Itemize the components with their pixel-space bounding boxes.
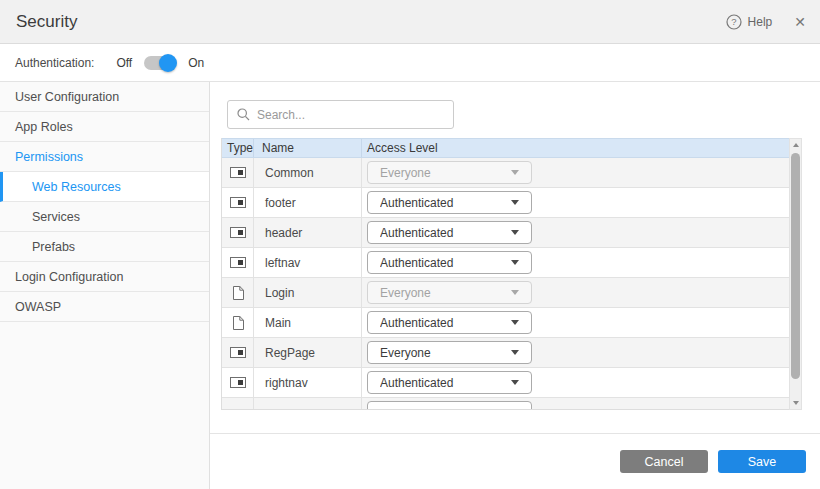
resource-name: Main	[254, 308, 362, 337]
chevron-down-icon	[511, 260, 519, 265]
sidebar-item-services[interactable]: Services	[0, 202, 209, 232]
chevron-down-icon	[511, 290, 519, 295]
scroll-down-arrow-icon[interactable]	[790, 397, 801, 409]
access-level-dropdown[interactable]: Authenticated	[367, 311, 532, 334]
access-level-cell: Everyone	[362, 338, 789, 367]
footer-divider	[210, 433, 820, 434]
chevron-down-icon	[511, 170, 519, 175]
sidebar-item-app-roles[interactable]: App Roles	[0, 112, 209, 142]
resource-name: leftnav	[254, 248, 362, 277]
column-header-type: Type	[222, 139, 254, 157]
toggle-on-label: On	[188, 56, 204, 70]
sidebar: User Configuration App Roles Permissions…	[0, 82, 210, 489]
resource-type-cell	[222, 308, 254, 337]
sidebar-item-prefabs[interactable]: Prefabs	[0, 232, 209, 262]
page-icon	[232, 316, 244, 330]
main-panel: Type Name Access Level Common	[210, 82, 820, 489]
svg-text:?: ?	[731, 16, 736, 27]
resource-name: header	[254, 218, 362, 247]
access-level-dropdown[interactable]: Everyone	[367, 341, 532, 364]
access-level-dropdown[interactable]: Everyone	[367, 281, 532, 304]
partial-icon	[230, 167, 246, 178]
help-button[interactable]: ? Help	[726, 14, 773, 30]
resource-type-cell	[222, 338, 254, 367]
sidebar-item-label: Prefabs	[32, 240, 75, 254]
resource-name: footer	[254, 188, 362, 217]
access-level-cell: Everyone	[362, 278, 789, 307]
resource-name	[254, 398, 362, 410]
vertical-scrollbar[interactable]	[789, 138, 802, 410]
sidebar-item-label: Services	[32, 210, 80, 224]
chevron-down-icon	[511, 380, 519, 385]
sidebar-item-label: Permissions	[15, 150, 83, 164]
search-icon	[237, 108, 250, 121]
table-row: leftnav Authenticated	[222, 248, 789, 278]
sidebar-item-label: Web Resources	[32, 180, 121, 194]
authentication-label: Authentication:	[15, 56, 94, 70]
resource-type-cell	[222, 218, 254, 247]
chevron-down-icon	[511, 230, 519, 235]
sidebar-item-web-resources[interactable]: Web Resources	[0, 172, 209, 202]
body-layout: User Configuration App Roles Permissions…	[0, 82, 820, 489]
sidebar-item-owasp[interactable]: OWASP	[0, 292, 209, 322]
resource-type-cell	[222, 398, 254, 410]
sidebar-item-label: OWASP	[15, 300, 61, 314]
table-row: Login Everyone	[222, 278, 789, 308]
access-level-dropdown[interactable]: Authenticated	[367, 191, 532, 214]
help-label: Help	[748, 15, 773, 29]
chevron-down-icon	[511, 350, 519, 355]
save-button[interactable]: Save	[718, 450, 806, 473]
access-level-cell: Authenticated	[362, 368, 789, 397]
access-level-cell: Authenticated	[362, 218, 789, 247]
access-level-dropdown[interactable]: Everyone	[367, 161, 532, 184]
table-row: rightnav Authenticated	[222, 368, 789, 398]
access-level-dropdown[interactable]	[367, 401, 532, 410]
sidebar-item-user-configuration[interactable]: User Configuration	[0, 82, 209, 112]
column-header-access-level: Access Level	[362, 139, 789, 157]
access-level-cell	[362, 398, 789, 410]
resource-type-cell	[222, 278, 254, 307]
resource-name: Login	[254, 278, 362, 307]
partial-icon	[230, 197, 246, 208]
sidebar-item-label: Login Configuration	[15, 270, 123, 284]
column-header-name: Name	[254, 139, 362, 157]
cancel-button[interactable]: Cancel	[620, 450, 708, 473]
sidebar-item-login-configuration[interactable]: Login Configuration	[0, 262, 209, 292]
grid-header-row: Type Name Access Level	[222, 138, 789, 158]
window-header: Security ? Help ✕	[0, 0, 820, 44]
authentication-toggle[interactable]	[144, 56, 174, 70]
resources-grid: Type Name Access Level Common	[221, 138, 789, 410]
page-icon	[232, 286, 244, 300]
resource-name: RegPage	[254, 338, 362, 367]
table-row: footer Authenticated	[222, 188, 789, 218]
resource-type-cell	[222, 368, 254, 397]
authentication-bar: Authentication: Off On	[0, 44, 820, 82]
partial-icon	[230, 227, 246, 238]
resources-table: Type Name Access Level Common	[221, 138, 802, 410]
resource-type-cell	[222, 188, 254, 217]
table-row: Common Everyone	[222, 158, 789, 188]
chevron-down-icon	[511, 200, 519, 205]
search-input[interactable]	[257, 108, 453, 122]
access-level-cell: Authenticated	[362, 308, 789, 337]
table-row: RegPage Everyone	[222, 338, 789, 368]
scrollbar-thumb[interactable]	[791, 153, 800, 379]
toggle-off-label: Off	[116, 56, 132, 70]
help-icon: ?	[726, 14, 742, 30]
grid-body: Common Everyone footer	[222, 158, 789, 410]
access-level-cell: Everyone	[362, 158, 789, 187]
table-row	[222, 398, 789, 410]
resource-name: rightnav	[254, 368, 362, 397]
scroll-up-arrow-icon[interactable]	[790, 139, 801, 151]
sidebar-item-permissions[interactable]: Permissions	[0, 142, 209, 172]
toggle-knob	[159, 54, 177, 72]
close-icon[interactable]: ✕	[794, 15, 806, 29]
table-row: Main Authenticated	[222, 308, 789, 338]
page-title: Security	[16, 12, 77, 32]
partial-icon	[230, 347, 246, 358]
access-level-dropdown[interactable]: Authenticated	[367, 251, 532, 274]
access-level-dropdown[interactable]: Authenticated	[367, 371, 532, 394]
chevron-down-icon	[511, 320, 519, 325]
access-level-cell: Authenticated	[362, 188, 789, 217]
access-level-dropdown[interactable]: Authenticated	[367, 221, 532, 244]
